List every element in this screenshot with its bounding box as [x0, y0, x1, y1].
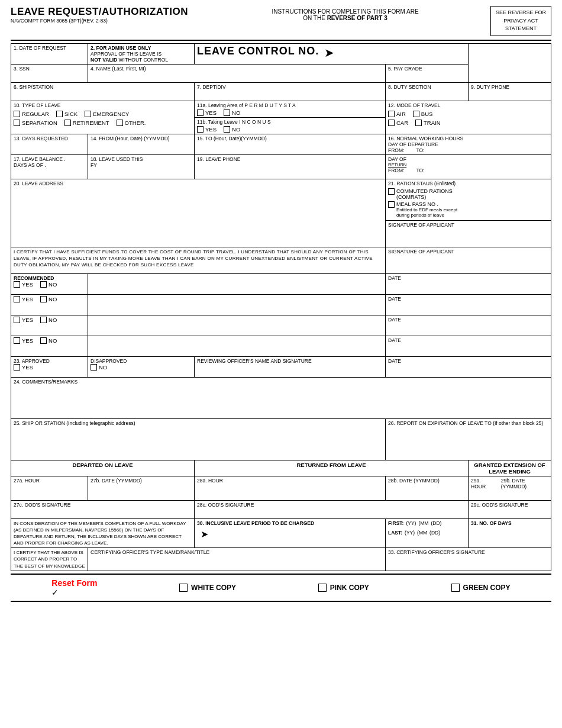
separation-label: SEPARATION — [22, 120, 57, 126]
checkbox-bus[interactable]: BUS — [413, 111, 433, 117]
granted-header: GRANTED EXTENSION OF LEAVE ENDING — [469, 460, 551, 476]
checkbox-retirement[interactable]: RETIREMENT — [64, 120, 109, 126]
field-11b: 11b. Taking Leave I N C O N U S YES NO — [195, 117, 386, 134]
field-leave-used: 18. LEAVE USED THIS FY — [88, 154, 195, 179]
field-28c: 28c. OOD'S SIGNATURE — [195, 500, 469, 518]
field-28a: 28a. HOUR — [195, 476, 386, 500]
field-days-requested: 13. DAYS REQUESTED — [11, 134, 88, 154]
signature-applicant-cell: SIGNATURE OF APPLICANT — [386, 247, 551, 273]
field-29c: 29c. OOD'S SIGNATURE — [469, 500, 551, 518]
field-27a: 27a. HOUR — [11, 476, 88, 500]
checkmark-icon: ✓ — [51, 588, 97, 597]
leave-control-cell: LEAVE CONTROL NO. ➤ — [195, 43, 469, 64]
checkbox-11a-yes[interactable]: YES — [197, 109, 217, 116]
checkbox-disapproved-no[interactable]: NO — [91, 364, 107, 371]
checkbox-11a-no[interactable]: NO — [224, 109, 240, 116]
checkbox-air[interactable]: AIR — [388, 111, 406, 117]
checkbox-car[interactable]: CAR — [388, 120, 408, 126]
checkbox-approved-yes[interactable]: YES — [14, 364, 33, 371]
checkbox-retirement-box[interactable] — [64, 120, 71, 126]
field-ssn: 3. SSN — [11, 64, 88, 82]
field-33b-signature: 33. CERTIFYING OFFICER'S SIGNATURE — [386, 548, 551, 571]
checkbox-sick[interactable]: SICK — [56, 111, 77, 117]
checkbox-separation-box[interactable] — [14, 120, 20, 126]
inclusive-text-cell: IN CONSIDERATION OF THE MEMBER'S COMPLET… — [11, 518, 195, 548]
checkbox-meal-pass[interactable] — [388, 201, 395, 208]
checkbox-rec-yes1[interactable]: YES — [14, 281, 33, 288]
checkbox-emergency-box[interactable] — [85, 111, 91, 117]
checkbox-other-box[interactable] — [117, 120, 123, 126]
rec-date-3: DATE — [386, 315, 551, 336]
checkbox-commuted[interactable] — [388, 188, 395, 195]
form-subtitle: NAVCOMPT FORM 3065 (3PT)(REV. 2-83) — [11, 18, 188, 24]
rec-date-4: DATE — [386, 336, 551, 356]
checkbox-rec-yes2[interactable]: YES — [14, 296, 33, 302]
field-reviewing-officer: REVIEWING OFFICER'S NAME AND SIGNATURE — [195, 356, 386, 377]
privacy-line1: SEE REVERSE FOR — [496, 9, 546, 17]
field-29a-29b: 29a. HOUR 29b. DATE (YYMMDD) — [469, 476, 551, 500]
rec-signature-4 — [88, 336, 386, 356]
rec-date-2: DATE — [386, 294, 551, 315]
checkbox-other[interactable]: OTHER. — [117, 120, 146, 126]
arrow-icon: ➤ — [324, 46, 334, 60]
field-approved: 23. APPROVED YES — [11, 356, 88, 377]
checkbox-rec-no3[interactable]: NO — [40, 317, 57, 323]
checkbox-rec-no2[interactable]: NO — [40, 296, 57, 302]
field-day-of-return: DAY OF RETURN FROM: TO: — [386, 154, 551, 179]
field-ship-station: 6. SHIP/STATION — [11, 82, 195, 101]
rec-signature-1 — [88, 273, 386, 294]
checkbox-11b-yes[interactable]: YES — [197, 126, 217, 133]
checkbox-emergency[interactable]: EMERGENCY — [85, 111, 129, 117]
field-dept-div: 7. DEPT/DIV — [195, 82, 386, 101]
checkbox-rec-no1[interactable]: NO — [40, 281, 57, 288]
departed-header: DEPARTED ON LEAVE — [11, 460, 195, 476]
retirement-label: RETIREMENT — [73, 120, 109, 126]
field-normal-working-hours: 16. NORMAL WORKING HOURS DAY OF DEPARTUR… — [386, 134, 551, 154]
field-admin-use: 2. FOR ADMIN USE ONLY APPROVAL OF THIS L… — [88, 43, 195, 64]
leave-control-title: LEAVE CONTROL NO. — [197, 45, 319, 57]
field-comments: 24. COMMENTS/REMARKS — [11, 377, 551, 418]
checkbox-11b-no[interactable]: NO — [224, 126, 240, 133]
field-33-certifying-officer: CERTIFYING OFFICER'S TYPE NAME/RANK/TITL… — [88, 548, 386, 571]
rec-row3: YES NO — [11, 315, 88, 336]
green-copy-label: GREEN COPY — [463, 584, 511, 592]
pink-copy-checkbox[interactable] — [318, 584, 327, 592]
pink-copy-label: PINK COPY — [330, 584, 369, 592]
recommended-label-cell: RECOMMENDED YES NO — [11, 273, 88, 294]
field-leave-balance: 17. LEAVE BALANCE . DAYS AS OF . — [11, 154, 88, 179]
field-first-last: FIRST: (YY) (MM (DD) LAST: (YY) (MM (DD) — [386, 518, 469, 548]
checkbox-train[interactable]: TRAIN — [415, 120, 441, 126]
green-copy-checkbox[interactable] — [451, 584, 460, 592]
rec-date-1: DATE — [386, 273, 551, 294]
main-form-table: 1. DATE OF REQUEST 2. FOR ADMIN USE ONLY… — [11, 43, 551, 571]
reset-form-block: Reset Form ✓ — [51, 578, 97, 597]
instructions-line2: ON THE — [303, 15, 327, 21]
white-copy-checkbox[interactable] — [179, 584, 188, 592]
field-name: 4. NAME (Last, First, MI) — [88, 64, 386, 82]
field-duty-section: 8. DUTY SECTION — [386, 82, 469, 101]
white-copy-label: WHITE COPY — [191, 584, 236, 592]
field-ship-station-25: 25. SHIP OR STATION (Including telegraph… — [11, 418, 386, 460]
field-32-certify: I CERTIFY THAT THE ABOVE IS CORRECT AND … — [11, 548, 88, 571]
checkbox-rec-yes3[interactable]: YES — [14, 317, 33, 323]
checkbox-rec-yes4[interactable]: YES — [14, 337, 33, 344]
checkbox-regular[interactable]: REGULAR — [14, 111, 49, 117]
sick-label: SICK — [64, 111, 77, 117]
privacy-line2: PRIVACY ACT — [496, 17, 546, 25]
field-duty-phone: 9. DUTY PHONE — [469, 82, 551, 101]
certification-text-cell: I CERTIFY THAT I HAVE SUFFICIENT FUNDS T… — [11, 247, 386, 273]
arrow-icon-30: ➤ — [201, 529, 208, 540]
form-title: LEAVE REQUEST/AUTHORIZATION — [11, 6, 188, 18]
privacy-box: SEE REVERSE FOR PRIVACY ACT STATEMENT — [490, 6, 551, 36]
field-ration-status: 21. RATION STAUS (Enlisted) COMMUTED RAT… — [386, 179, 551, 220]
rec-row4: YES NO — [11, 336, 88, 356]
field-leave-address: 20. LEAVE ADDRESS — [11, 179, 386, 247]
checkbox-regular-box[interactable] — [14, 111, 20, 117]
checkbox-rec-no4[interactable]: NO — [40, 337, 57, 344]
rec-signature-3 — [88, 315, 386, 336]
field-27b: 27b. DATE (YYMMDD) — [88, 476, 195, 500]
checkbox-sick-box[interactable] — [56, 111, 63, 117]
checkbox-separation[interactable]: SEPARATION — [14, 120, 57, 126]
privacy-line3: STATEMENT — [496, 25, 546, 33]
reset-button[interactable]: Reset Form — [51, 578, 97, 588]
